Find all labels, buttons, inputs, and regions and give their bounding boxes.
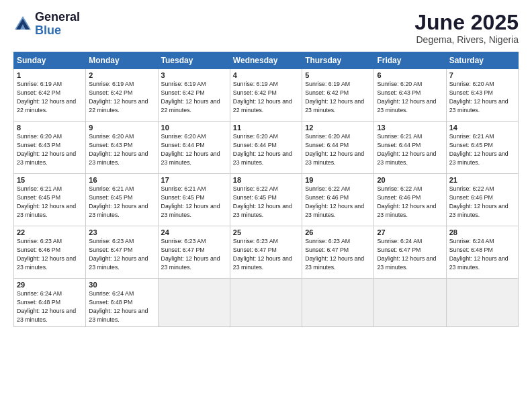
day-number: 25 bbox=[233, 228, 299, 236]
day-number: 26 bbox=[305, 228, 371, 236]
day-number: 12 bbox=[305, 124, 371, 132]
day-number: 11 bbox=[233, 124, 299, 132]
day-info: Sunrise: 6:22 AMSunset: 6:45 PMDaylight:… bbox=[233, 185, 292, 218]
calendar-cell bbox=[374, 279, 446, 327]
day-info: Sunrise: 6:21 AMSunset: 6:45 PMDaylight:… bbox=[449, 133, 508, 166]
day-number: 23 bbox=[89, 228, 154, 236]
calendar-cell: 23Sunrise: 6:23 AMSunset: 6:47 PMDayligh… bbox=[86, 226, 158, 279]
page: General Blue June 2025 Degema, Rivers, N… bbox=[0, 0, 532, 411]
day-info: Sunrise: 6:20 AMSunset: 6:43 PMDaylight:… bbox=[377, 81, 436, 113]
day-number: 2 bbox=[89, 71, 154, 79]
calendar-cell: 12Sunrise: 6:20 AMSunset: 6:44 PMDayligh… bbox=[302, 122, 374, 174]
calendar-cell bbox=[302, 279, 374, 327]
col-wednesday: Wednesday bbox=[230, 52, 302, 69]
day-info: Sunrise: 6:24 AMSunset: 6:48 PMDaylight:… bbox=[89, 290, 148, 323]
calendar-cell: 29Sunrise: 6:24 AMSunset: 6:48 PMDayligh… bbox=[14, 279, 86, 327]
col-thursday: Thursday bbox=[302, 52, 374, 69]
day-info: Sunrise: 6:20 AMSunset: 6:44 PMDaylight:… bbox=[233, 133, 292, 166]
day-info: Sunrise: 6:22 AMSunset: 6:46 PMDaylight:… bbox=[305, 185, 364, 218]
calendar-cell: 21Sunrise: 6:22 AMSunset: 6:46 PMDayligh… bbox=[446, 174, 518, 226]
col-monday: Monday bbox=[86, 52, 158, 69]
calendar-cell: 26Sunrise: 6:23 AMSunset: 6:47 PMDayligh… bbox=[302, 226, 374, 279]
day-info: Sunrise: 6:21 AMSunset: 6:45 PMDaylight:… bbox=[89, 185, 148, 218]
calendar-cell: 25Sunrise: 6:23 AMSunset: 6:47 PMDayligh… bbox=[230, 226, 302, 279]
calendar-cell: 24Sunrise: 6:23 AMSunset: 6:47 PMDayligh… bbox=[158, 226, 230, 279]
logo-icon bbox=[13, 15, 32, 34]
day-number: 22 bbox=[17, 228, 83, 236]
col-saturday: Saturday bbox=[446, 52, 518, 69]
day-info: Sunrise: 6:23 AMSunset: 6:47 PMDaylight:… bbox=[161, 238, 220, 271]
day-info: Sunrise: 6:24 AMSunset: 6:48 PMDaylight:… bbox=[449, 238, 508, 271]
calendar-cell: 17Sunrise: 6:21 AMSunset: 6:45 PMDayligh… bbox=[158, 174, 230, 226]
col-sunday: Sunday bbox=[14, 52, 86, 69]
calendar-cell: 16Sunrise: 6:21 AMSunset: 6:45 PMDayligh… bbox=[86, 174, 158, 226]
day-info: Sunrise: 6:20 AMSunset: 6:43 PMDaylight:… bbox=[89, 133, 148, 166]
day-info: Sunrise: 6:22 AMSunset: 6:46 PMDaylight:… bbox=[449, 185, 508, 218]
day-number: 27 bbox=[377, 228, 443, 236]
day-number: 21 bbox=[449, 176, 515, 184]
calendar-cell: 1Sunrise: 6:19 AMSunset: 6:42 PMDaylight… bbox=[14, 69, 86, 122]
day-number: 3 bbox=[161, 71, 227, 79]
day-info: Sunrise: 6:21 AMSunset: 6:45 PMDaylight:… bbox=[161, 185, 220, 218]
day-number: 7 bbox=[449, 71, 515, 79]
calendar-cell: 18Sunrise: 6:22 AMSunset: 6:45 PMDayligh… bbox=[230, 174, 302, 226]
calendar-cell: 30Sunrise: 6:24 AMSunset: 6:48 PMDayligh… bbox=[86, 279, 158, 327]
calendar-cell: 11Sunrise: 6:20 AMSunset: 6:44 PMDayligh… bbox=[230, 122, 302, 174]
day-info: Sunrise: 6:22 AMSunset: 6:46 PMDaylight:… bbox=[377, 185, 436, 218]
day-info: Sunrise: 6:19 AMSunset: 6:42 PMDaylight:… bbox=[17, 81, 76, 113]
day-number: 9 bbox=[89, 124, 154, 132]
calendar-cell bbox=[230, 279, 302, 327]
day-info: Sunrise: 6:23 AMSunset: 6:47 PMDaylight:… bbox=[305, 238, 364, 271]
day-info: Sunrise: 6:20 AMSunset: 6:44 PMDaylight:… bbox=[161, 133, 220, 166]
day-info: Sunrise: 6:20 AMSunset: 6:43 PMDaylight:… bbox=[17, 133, 76, 166]
day-info: Sunrise: 6:20 AMSunset: 6:44 PMDaylight:… bbox=[305, 133, 364, 166]
calendar-cell: 5Sunrise: 6:19 AMSunset: 6:42 PMDaylight… bbox=[302, 69, 374, 122]
day-info: Sunrise: 6:23 AMSunset: 6:46 PMDaylight:… bbox=[17, 238, 76, 271]
title-block: June 2025 Degema, Rivers, Nigeria bbox=[414, 11, 519, 45]
day-number: 29 bbox=[17, 281, 83, 289]
calendar-cell: 10Sunrise: 6:20 AMSunset: 6:44 PMDayligh… bbox=[158, 122, 230, 174]
logo-blue: Blue bbox=[35, 24, 80, 38]
day-number: 1 bbox=[17, 71, 83, 79]
calendar-cell: 20Sunrise: 6:22 AMSunset: 6:46 PMDayligh… bbox=[374, 174, 446, 226]
calendar-cell: 9Sunrise: 6:20 AMSunset: 6:43 PMDaylight… bbox=[86, 122, 158, 174]
calendar-cell: 27Sunrise: 6:24 AMSunset: 6:47 PMDayligh… bbox=[374, 226, 446, 279]
day-info: Sunrise: 6:20 AMSunset: 6:43 PMDaylight:… bbox=[449, 81, 508, 113]
day-number: 15 bbox=[17, 176, 83, 184]
calendar-cell: 3Sunrise: 6:19 AMSunset: 6:42 PMDaylight… bbox=[158, 69, 230, 122]
calendar-cell bbox=[446, 279, 518, 327]
day-number: 18 bbox=[233, 176, 299, 184]
calendar-cell: 22Sunrise: 6:23 AMSunset: 6:46 PMDayligh… bbox=[14, 226, 86, 279]
calendar-cell: 28Sunrise: 6:24 AMSunset: 6:48 PMDayligh… bbox=[446, 226, 518, 279]
calendar-cell: 6Sunrise: 6:20 AMSunset: 6:43 PMDaylight… bbox=[374, 69, 446, 122]
calendar-cell: 8Sunrise: 6:20 AMSunset: 6:43 PMDaylight… bbox=[14, 122, 86, 174]
day-number: 5 bbox=[305, 71, 371, 79]
calendar-cell: 4Sunrise: 6:19 AMSunset: 6:42 PMDaylight… bbox=[230, 69, 302, 122]
day-info: Sunrise: 6:19 AMSunset: 6:42 PMDaylight:… bbox=[233, 81, 292, 113]
day-number: 24 bbox=[161, 228, 227, 236]
day-number: 6 bbox=[377, 71, 443, 79]
day-info: Sunrise: 6:19 AMSunset: 6:42 PMDaylight:… bbox=[89, 81, 148, 113]
location: Degema, Rivers, Nigeria bbox=[414, 34, 519, 45]
col-tuesday: Tuesday bbox=[158, 52, 230, 69]
day-number: 28 bbox=[449, 228, 515, 236]
day-number: 17 bbox=[161, 176, 227, 184]
day-info: Sunrise: 6:19 AMSunset: 6:42 PMDaylight:… bbox=[305, 81, 364, 113]
calendar-week-4: 22Sunrise: 6:23 AMSunset: 6:46 PMDayligh… bbox=[14, 226, 519, 279]
calendar-cell: 14Sunrise: 6:21 AMSunset: 6:45 PMDayligh… bbox=[446, 122, 518, 174]
calendar-cell: 7Sunrise: 6:20 AMSunset: 6:43 PMDaylight… bbox=[446, 69, 518, 122]
logo: General Blue bbox=[13, 11, 80, 38]
day-number: 8 bbox=[17, 124, 83, 132]
day-info: Sunrise: 6:23 AMSunset: 6:47 PMDaylight:… bbox=[89, 238, 148, 271]
day-number: 16 bbox=[89, 176, 154, 184]
day-info: Sunrise: 6:24 AMSunset: 6:47 PMDaylight:… bbox=[377, 238, 436, 271]
day-number: 13 bbox=[377, 124, 443, 132]
day-info: Sunrise: 6:21 AMSunset: 6:44 PMDaylight:… bbox=[377, 133, 436, 166]
month-title: June 2025 bbox=[414, 11, 519, 34]
calendar-table: Sunday Monday Tuesday Wednesday Thursday… bbox=[13, 52, 519, 327]
logo-text: General Blue bbox=[35, 11, 80, 38]
day-number: 10 bbox=[161, 124, 227, 132]
calendar-cell: 13Sunrise: 6:21 AMSunset: 6:44 PMDayligh… bbox=[374, 122, 446, 174]
day-info: Sunrise: 6:24 AMSunset: 6:48 PMDaylight:… bbox=[17, 290, 76, 323]
day-number: 30 bbox=[89, 281, 154, 289]
